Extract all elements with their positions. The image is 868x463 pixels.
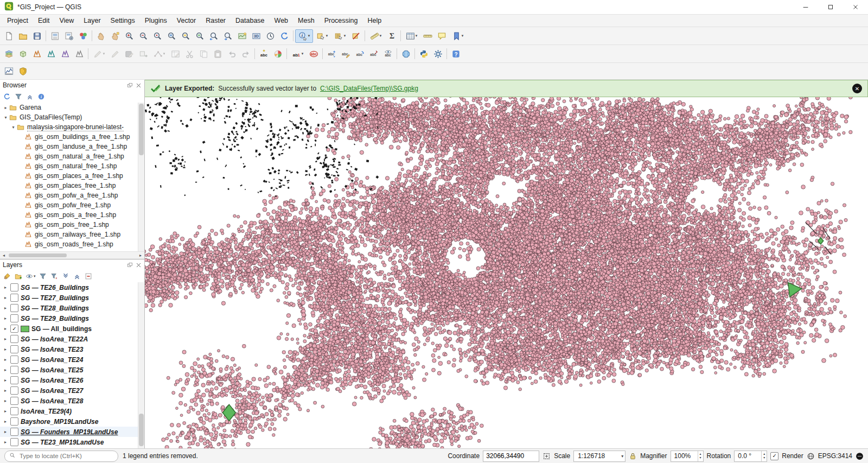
show-hidden-labels-button[interactable]: abc [381,47,395,61]
layer-labeling-button[interactable]: abc [257,47,271,61]
layer-checkbox[interactable] [10,294,18,302]
filter-browser-button[interactable] [13,91,24,102]
style-manager-button[interactable] [76,29,90,43]
zoom-native-button[interactable] [150,29,164,43]
layer-row[interactable]: ▸SG — IsoArea_TE26 [0,375,144,385]
close-button[interactable] [843,0,868,14]
minimize-button[interactable] [793,0,818,14]
new-spatialite-layer-button[interactable] [44,47,58,61]
layer-row[interactable]: ▸SG — IsoArea_TE23 [0,344,144,354]
cut-features-button[interactable] [182,47,196,61]
vertex-tool-button[interactable]: ▾ [150,47,168,61]
zoom-to-selection-button[interactable] [178,29,193,43]
layer-checkbox[interactable] [10,283,18,291]
browser-item[interactable]: gis_osm_landuse_a_free_1.shp [0,142,144,151]
attribute-table-button[interactable]: ▾ [403,29,420,43]
zoom-next-button[interactable] [221,29,235,43]
browser-item[interactable]: gis_osm_railways_free_1.shp [0,230,144,239]
browser-float-button[interactable] [127,83,133,88]
map-canvas[interactable] [145,97,868,448]
layer-checkbox[interactable] [10,386,18,395]
open-project-button[interactable] [16,29,30,43]
menu-settings[interactable]: Settings [106,16,140,26]
layer-row[interactable]: ▸SG — IsoArea_TE25 [0,365,144,375]
browser-item[interactable]: ▾malaysia-singapore-brunei-latest- [0,122,144,132]
measure-button[interactable]: ▾ [367,29,385,43]
maximize-button[interactable] [818,0,843,14]
layer-checkbox[interactable] [10,417,18,426]
labeling-options-button[interactable]: ab1▾ [289,47,307,61]
new-temporary-scratch-layer-button[interactable] [58,47,72,61]
expand-arrow-icon[interactable]: ▸ [3,409,8,414]
new-virtual-layer-button[interactable] [72,47,86,61]
layer-row[interactable]: ▸SG — Founders_MP19LandUse [0,427,144,437]
browser-item[interactable]: gis_osm_places_a_free_1.shp [0,171,144,181]
layer-row[interactable]: ▸SG — IsoArea_TE22A [0,334,144,344]
measure-line-button[interactable] [420,29,435,43]
collapse-all-button[interactable] [72,271,82,282]
metasearch-button[interactable] [399,47,413,61]
expand-arrow-icon[interactable]: ▸ [3,326,8,331]
temporal-controller-button[interactable] [263,29,277,43]
menu-help[interactable]: Help [362,16,386,26]
menu-mesh[interactable]: Mesh [293,16,320,26]
select-by-form-button[interactable]: ▾ [331,29,349,43]
move-label-button[interactable]: abc [324,47,339,61]
expand-arrow-icon[interactable]: ▸ [3,347,8,352]
messages-icon[interactable] [856,452,864,460]
expand-arrow-icon[interactable]: ▸ [3,367,8,372]
layer-checkbox[interactable] [10,356,18,364]
browser-item[interactable]: ▾GIS_DataFiles(Temp) [0,112,144,122]
layer-row[interactable]: ▸SG — TE28_Buildings [0,303,144,313]
menu-raster[interactable]: Raster [201,16,231,26]
deselect-features-button[interactable] [349,29,363,43]
menu-web[interactable]: Web [270,16,293,26]
save-project-button[interactable] [30,29,44,43]
layer-row[interactable]: ▸✓MP19LandUse [0,447,144,448]
browser-close-button[interactable] [136,83,142,88]
manage-map-themes-button[interactable]: ▾ [24,271,37,282]
layer-checkbox[interactable] [10,335,18,343]
layer-diagram-button[interactable] [271,47,285,61]
collapse-all-browser-button[interactable] [24,91,35,102]
layer-row[interactable]: ▸SG — IsoArea_TE27 [0,385,144,396]
scroll-left-icon[interactable]: ◂ [0,253,8,258]
redo-button[interactable] [239,47,253,61]
browser-item[interactable]: gis_osm_pois_a_free_1.shp [0,210,144,220]
browser-item[interactable]: gis_osm_natural_a_free_1.shp [0,151,144,161]
lock-scale-icon[interactable] [629,452,637,460]
browser-item[interactable]: gis_osm_natural_free_1.shp [0,161,144,171]
save-layer-edits-button[interactable] [122,47,136,61]
expand-arrow-icon[interactable]: ▸ [3,357,8,362]
tree-arrow-icon[interactable]: ▸ [2,105,9,110]
browser-item[interactable]: gis_osm_pois_free_1.shp [0,220,144,230]
render-checkbox[interactable]: ✓ [770,452,778,460]
expand-arrow-icon[interactable]: ▸ [3,429,8,434]
new-geopackage-layer-button[interactable] [16,47,30,61]
new-shapefile-layer-button[interactable] [30,47,44,61]
expand-all-button[interactable] [60,271,71,282]
pan-to-selection-button[interactable] [108,29,122,43]
expand-arrow-icon[interactable]: ▸ [3,388,8,393]
layer-row[interactable]: ▸✓SG — All_buildings [0,324,144,334]
new-project-button[interactable] [2,29,16,43]
menu-view[interactable]: View [54,16,79,26]
expand-arrow-icon[interactable]: ▸ [3,316,8,321]
expand-arrow-icon[interactable]: ▸ [3,306,8,310]
layer-checkbox[interactable] [10,376,18,384]
layers-float-button[interactable] [127,262,133,268]
expand-arrow-icon[interactable]: ▸ [3,440,8,445]
layers-close-button[interactable] [136,262,142,268]
layer-row[interactable]: ▸SG — TE23_MP19LandUse [0,437,144,447]
map-tips-button[interactable] [435,29,449,43]
filter-legend-button[interactable] [37,271,48,282]
pin-labels-button[interactable]: abc [367,47,381,61]
menu-processing[interactable]: Processing [320,16,363,26]
layer-row[interactable]: ▸IsoArea_TE29(4) [0,406,144,416]
plugin-tool-button[interactable] [16,65,30,78]
layer-row[interactable]: ▸Bayshore_MP19LandUse [0,416,144,427]
locate-input[interactable] [18,452,113,460]
scroll-right-icon[interactable]: ▸ [137,253,144,258]
scale-combobox[interactable]: 1:126718 ▾ [573,451,626,462]
zoom-full-button[interactable] [164,29,178,43]
